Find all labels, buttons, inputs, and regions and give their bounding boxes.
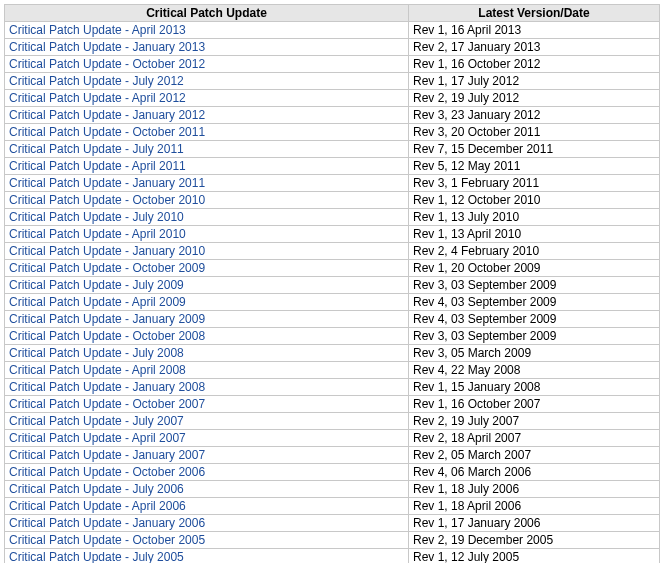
cell-patch-name: Critical Patch Update - July 2010 xyxy=(5,209,409,226)
cell-version-date: Rev 1, 12 October 2010 xyxy=(409,192,660,209)
patch-update-link[interactable]: Critical Patch Update - July 2007 xyxy=(9,414,184,428)
patch-update-link[interactable]: Critical Patch Update - July 2011 xyxy=(9,142,184,156)
patch-update-link[interactable]: Critical Patch Update - April 2013 xyxy=(9,23,186,37)
table-row: Critical Patch Update - April 2011Rev 5,… xyxy=(5,158,660,175)
patch-update-link[interactable]: Critical Patch Update - July 2010 xyxy=(9,210,184,224)
table-row: Critical Patch Update - January 2010Rev … xyxy=(5,243,660,260)
cell-version-date: Rev 4, 03 September 2009 xyxy=(409,294,660,311)
patch-update-link[interactable]: Critical Patch Update - January 2010 xyxy=(9,244,205,258)
cell-patch-name: Critical Patch Update - October 2010 xyxy=(5,192,409,209)
cell-version-date: Rev 3, 20 October 2011 xyxy=(409,124,660,141)
table-row: Critical Patch Update - October 2007Rev … xyxy=(5,396,660,413)
cell-patch-name: Critical Patch Update - April 2012 xyxy=(5,90,409,107)
header-latest-version-date: Latest Version/Date xyxy=(409,5,660,22)
cell-version-date: Rev 5, 12 May 2011 xyxy=(409,158,660,175)
table-row: Critical Patch Update - October 2006Rev … xyxy=(5,464,660,481)
cell-version-date: Rev 2, 19 December 2005 xyxy=(409,532,660,549)
cell-version-date: Rev 2, 19 July 2012 xyxy=(409,90,660,107)
cell-patch-name: Critical Patch Update - April 2010 xyxy=(5,226,409,243)
table-row: Critical Patch Update - July 2009Rev 3, … xyxy=(5,277,660,294)
table-row: Critical Patch Update - April 2010Rev 1,… xyxy=(5,226,660,243)
patch-update-link[interactable]: Critical Patch Update - April 2007 xyxy=(9,431,186,445)
table-row: Critical Patch Update - July 2012Rev 1, … xyxy=(5,73,660,90)
cell-patch-name: Critical Patch Update - January 2013 xyxy=(5,39,409,56)
patch-update-link[interactable]: Critical Patch Update - April 2008 xyxy=(9,363,186,377)
patch-update-link[interactable]: Critical Patch Update - October 2007 xyxy=(9,397,205,411)
cell-patch-name: Critical Patch Update - July 2011 xyxy=(5,141,409,158)
table-row: Critical Patch Update - July 2006Rev 1, … xyxy=(5,481,660,498)
cell-patch-name: Critical Patch Update - July 2008 xyxy=(5,345,409,362)
patch-update-link[interactable]: Critical Patch Update - April 2011 xyxy=(9,159,186,173)
table-row: Critical Patch Update - October 2009Rev … xyxy=(5,260,660,277)
table-row: Critical Patch Update - October 2011Rev … xyxy=(5,124,660,141)
cell-patch-name: Critical Patch Update - April 2007 xyxy=(5,430,409,447)
patch-update-link[interactable]: Critical Patch Update - January 2008 xyxy=(9,380,205,394)
cell-version-date: Rev 1, 16 October 2007 xyxy=(409,396,660,413)
patch-update-link[interactable]: Critical Patch Update - July 2012 xyxy=(9,74,184,88)
cell-version-date: Rev 1, 13 July 2010 xyxy=(409,209,660,226)
patch-update-link[interactable]: Critical Patch Update - July 2009 xyxy=(9,278,184,292)
patch-update-link[interactable]: Critical Patch Update - October 2008 xyxy=(9,329,205,343)
patch-update-link[interactable]: Critical Patch Update - January 2012 xyxy=(9,108,205,122)
patch-update-link[interactable]: Critical Patch Update - October 2009 xyxy=(9,261,205,275)
cell-patch-name: Critical Patch Update - July 2007 xyxy=(5,413,409,430)
cell-version-date: Rev 3, 23 January 2012 xyxy=(409,107,660,124)
cell-patch-name: Critical Patch Update - January 2007 xyxy=(5,447,409,464)
cell-patch-name: Critical Patch Update - January 2010 xyxy=(5,243,409,260)
patch-update-link[interactable]: Critical Patch Update - April 2006 xyxy=(9,499,186,513)
cell-version-date: Rev 3, 03 September 2009 xyxy=(409,328,660,345)
cell-patch-name: Critical Patch Update - October 2007 xyxy=(5,396,409,413)
table-row: Critical Patch Update - October 2012Rev … xyxy=(5,56,660,73)
patch-update-link[interactable]: Critical Patch Update - October 2011 xyxy=(9,125,205,139)
patch-update-link[interactable]: Critical Patch Update - October 2010 xyxy=(9,193,205,207)
cell-patch-name: Critical Patch Update - April 2008 xyxy=(5,362,409,379)
patch-update-link[interactable]: Critical Patch Update - April 2012 xyxy=(9,91,186,105)
patch-update-link[interactable]: Critical Patch Update - January 2006 xyxy=(9,516,205,530)
patch-update-link[interactable]: Critical Patch Update - October 2012 xyxy=(9,57,205,71)
patch-update-link[interactable]: Critical Patch Update - January 2011 xyxy=(9,176,205,190)
table-row: Critical Patch Update - July 2005Rev 1, … xyxy=(5,549,660,564)
patch-update-link[interactable]: Critical Patch Update - April 2009 xyxy=(9,295,186,309)
cell-patch-name: Critical Patch Update - October 2006 xyxy=(5,464,409,481)
patch-update-link[interactable]: Critical Patch Update - July 2005 xyxy=(9,550,184,563)
patch-update-link[interactable]: Critical Patch Update - July 2006 xyxy=(9,482,184,496)
table-row: Critical Patch Update - July 2007Rev 2, … xyxy=(5,413,660,430)
table-row: Critical Patch Update - October 2010Rev … xyxy=(5,192,660,209)
cell-patch-name: Critical Patch Update - July 2012 xyxy=(5,73,409,90)
cell-patch-name: Critical Patch Update - July 2005 xyxy=(5,549,409,564)
cell-version-date: Rev 2, 18 April 2007 xyxy=(409,430,660,447)
cell-version-date: Rev 3, 03 September 2009 xyxy=(409,277,660,294)
table-row: Critical Patch Update - April 2007Rev 2,… xyxy=(5,430,660,447)
cell-patch-name: Critical Patch Update - April 2006 xyxy=(5,498,409,515)
cell-version-date: Rev 1, 16 April 2013 xyxy=(409,22,660,39)
cell-patch-name: Critical Patch Update - July 2006 xyxy=(5,481,409,498)
cell-version-date: Rev 7, 15 December 2011 xyxy=(409,141,660,158)
cell-version-date: Rev 1, 18 April 2006 xyxy=(409,498,660,515)
patch-update-link[interactable]: Critical Patch Update - October 2006 xyxy=(9,465,205,479)
table-row: Critical Patch Update - January 2011Rev … xyxy=(5,175,660,192)
cell-version-date: Rev 1, 18 July 2006 xyxy=(409,481,660,498)
patch-update-link[interactable]: Critical Patch Update - October 2005 xyxy=(9,533,205,547)
patch-update-link[interactable]: Critical Patch Update - April 2010 xyxy=(9,227,186,241)
cell-patch-name: Critical Patch Update - October 2012 xyxy=(5,56,409,73)
table-row: Critical Patch Update - January 2007Rev … xyxy=(5,447,660,464)
cell-version-date: Rev 1, 13 April 2010 xyxy=(409,226,660,243)
patch-update-link[interactable]: Critical Patch Update - January 2007 xyxy=(9,448,205,462)
patch-update-table: Critical Patch Update Latest Version/Dat… xyxy=(4,4,660,563)
table-row: Critical Patch Update - July 2010Rev 1, … xyxy=(5,209,660,226)
cell-version-date: Rev 1, 12 July 2005 xyxy=(409,549,660,564)
patch-update-link[interactable]: Critical Patch Update - January 2009 xyxy=(9,312,205,326)
header-critical-patch-update: Critical Patch Update xyxy=(5,5,409,22)
cell-patch-name: Critical Patch Update - October 2011 xyxy=(5,124,409,141)
cell-patch-name: Critical Patch Update - January 2012 xyxy=(5,107,409,124)
cell-patch-name: Critical Patch Update - October 2008 xyxy=(5,328,409,345)
table-row: Critical Patch Update - October 2005Rev … xyxy=(5,532,660,549)
patch-update-link[interactable]: Critical Patch Update - January 2013 xyxy=(9,40,205,54)
cell-patch-name: Critical Patch Update - April 2013 xyxy=(5,22,409,39)
table-row: Critical Patch Update - April 2008Rev 4,… xyxy=(5,362,660,379)
patch-update-link[interactable]: Critical Patch Update - July 2008 xyxy=(9,346,184,360)
table-row: Critical Patch Update - July 2011Rev 7, … xyxy=(5,141,660,158)
cell-patch-name: Critical Patch Update - October 2009 xyxy=(5,260,409,277)
table-row: Critical Patch Update - January 2012Rev … xyxy=(5,107,660,124)
cell-version-date: Rev 1, 17 January 2006 xyxy=(409,515,660,532)
